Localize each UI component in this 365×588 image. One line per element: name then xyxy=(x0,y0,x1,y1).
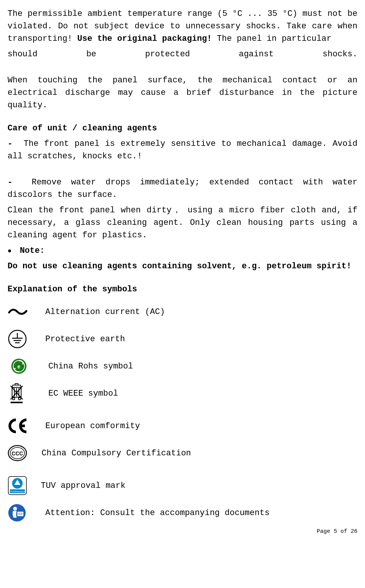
svg-point-17 xyxy=(12,398,15,400)
symbol-row-earth: Protective earth xyxy=(8,328,357,350)
bullet-dot-icon: ● xyxy=(8,247,20,255)
word-should: should xyxy=(8,48,37,60)
symbol-row-rohs: e China Rohs symbol xyxy=(8,355,357,377)
symbol-row-ce: European comformity xyxy=(8,415,357,437)
word-be: be xyxy=(86,48,96,60)
page-footer: Page 5 of 26 xyxy=(8,528,357,536)
symbol-label-earth: Protective earth xyxy=(45,333,357,345)
paragraph-temperature: The permissible ambient temperature rang… xyxy=(8,8,357,45)
svg-text:TÜVRheinland: TÜVRheinland xyxy=(10,491,25,493)
text-panel-protect: The panel in particular xyxy=(217,34,332,43)
text-packaging: Use the original packaging! xyxy=(77,34,217,43)
symbol-label-weee: EC WEEE symbol xyxy=(45,387,357,400)
symbol-row-attention: Attention: Consult the accompanying docu… xyxy=(8,502,357,524)
svg-text:CCC: CCC xyxy=(12,450,23,456)
svg-point-18 xyxy=(18,398,21,400)
svg-text:e: e xyxy=(17,364,20,370)
symbol-row-ac: Alternation current (AC) xyxy=(8,301,357,323)
attention-icon xyxy=(8,503,45,522)
symbol-label-tuv: TUV approval mark xyxy=(41,480,357,492)
ccc-icon: CCC xyxy=(8,445,45,461)
earth-icon xyxy=(8,329,45,349)
word-shocks: shocks. xyxy=(323,48,357,60)
symbol-label-ccc: China Compulsory Certification xyxy=(42,447,357,460)
heading-care: Care of unit / cleaning agents xyxy=(8,122,357,135)
symbol-label-ce: European comformity xyxy=(45,420,357,432)
dash-icon: - xyxy=(8,139,24,149)
ce-icon xyxy=(8,418,45,433)
svg-rect-21 xyxy=(11,402,23,403)
paragraph-touch: When touching the panel surface, the mec… xyxy=(8,74,357,111)
ac-icon xyxy=(8,307,45,316)
symbol-label-attention: Attention: Consult the accompanying docu… xyxy=(45,507,357,519)
note-label: Note: xyxy=(20,246,45,255)
word-against: against xyxy=(239,48,274,60)
dash-icon: - xyxy=(8,178,32,187)
symbol-label-ac: Alternation current (AC) xyxy=(45,306,357,318)
care-item-2-text: Remove water drops immediately; extended… xyxy=(8,178,357,200)
care-item-1-text: The front panel is extremely sensitive t… xyxy=(8,139,357,161)
note-line: ● Note: xyxy=(8,244,357,257)
svg-point-0 xyxy=(9,330,26,348)
paragraph-clean: Clean the front panel when dirty， using … xyxy=(8,204,357,241)
care-item-2: - Remove water drops immediately; extend… xyxy=(8,176,357,201)
rohs-icon: e xyxy=(8,358,45,374)
symbol-row-tuv: TÜVRheinland TUV approval mark xyxy=(8,475,357,497)
svg-rect-33 xyxy=(17,512,23,516)
heading-symbols: Explanation of the symbols xyxy=(8,283,357,296)
note-text: Do not use cleaning agents containing so… xyxy=(8,260,357,272)
weee-icon xyxy=(8,383,45,404)
symbol-row-weee: EC WEEE symbol xyxy=(8,382,357,404)
word-protected: protected xyxy=(145,48,190,60)
tuv-icon: TÜVRheinland xyxy=(8,476,45,495)
symbol-row-ccc: CCC China Compulsory Certification xyxy=(8,442,357,464)
care-item-1: - The front panel is extremely sensitive… xyxy=(8,138,357,162)
symbol-label-rohs: China Rohs symbol xyxy=(45,360,357,373)
svg-point-32 xyxy=(13,507,17,511)
paragraph-panel-justified: should be protected against shocks. xyxy=(8,48,357,60)
